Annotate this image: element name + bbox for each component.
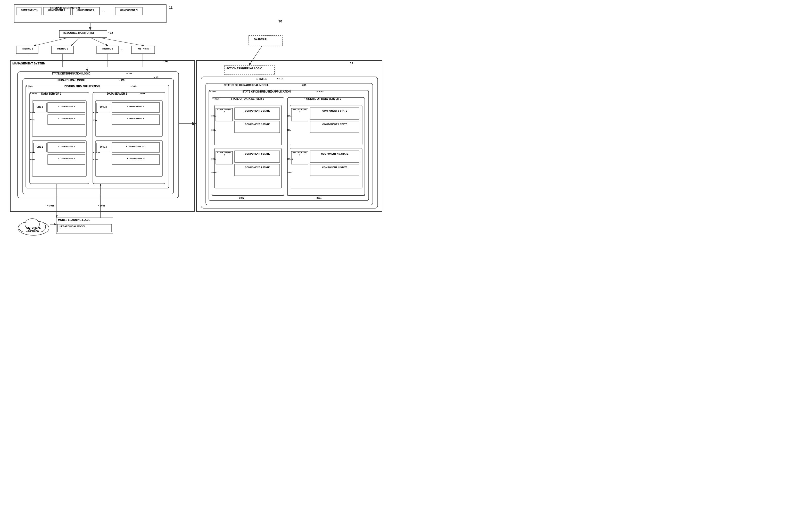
metric-1-label: METRIC 1 (17, 47, 39, 50)
svg-text:HISTORICAL: HISTORICAL (27, 227, 41, 229)
url-1-ref: 302₁~ (30, 111, 35, 114)
url-4-ds2-label: URL 4 (97, 146, 109, 148)
resource-monitor-ref: ~ 12 (108, 31, 113, 34)
svg-line-9 (90, 37, 108, 46)
svg-rect-24 (26, 85, 169, 188)
model-learning-label: MODEL LEARNING LOGIC (58, 219, 90, 221)
state-url2-ref: 306₂~ (211, 129, 217, 131)
svg-rect-47 (206, 83, 373, 205)
svg-line-7 (33, 37, 68, 46)
url-3-ds2-ref: 302₅~ (93, 111, 98, 114)
url-3-ds2-ref2: 302₆~ (93, 119, 98, 121)
cloud-svg: HISTORICAL METRICS (16, 214, 52, 237)
management-system-label: MANAGEMENT SYSTEM (12, 62, 45, 65)
compN1-state-label: COMPONENT N-1 STATE (311, 153, 359, 155)
state-dist-app-label: STATE OF DISTRIBUTED APPLICATION (242, 90, 290, 93)
state-url1-ref: 306₁~ (211, 115, 217, 117)
state-urlN1-ref: 306ₙ₋₁~ (287, 158, 294, 160)
url-4-ds2-ref: 302ₙ₋₁~ (93, 151, 100, 154)
component-3-label: COMPONENT 3 (73, 9, 99, 11)
comp5-state-label: COMPONENT 5 STATE (311, 109, 359, 112)
component-n-box-label: COMPONENT N (113, 157, 159, 160)
state-urlN1-label: STATE OF URL 3 (292, 151, 308, 156)
state-url5-label: STATE OF URL 3 (292, 108, 308, 113)
states-ref-16: 16 (350, 62, 353, 65)
url-4-ds2-ref2: 302ₙ~ (93, 158, 98, 160)
url-1-label: URL 1 (34, 106, 46, 108)
metric-n-label: METRIC N (132, 47, 154, 50)
data-server-2-ref: 303₃ (140, 92, 145, 95)
ref-307-4: ~ 307₄ (314, 197, 322, 199)
resource-monitor-label: RESOURCE MONITOR(S) (63, 31, 94, 34)
svg-line-67 (249, 43, 264, 66)
state-url4-ref: 306₄~ (211, 171, 217, 174)
comp1-state-label: COMPONENT 1 STATE (235, 109, 279, 112)
comp2-state-label: COMPONENT 2 STATE (235, 123, 279, 126)
component-6-box-label: COMPONENT 6 (113, 117, 159, 120)
svg-rect-48 (209, 90, 369, 201)
main-diagram: 11 30 COMPUTING SYSTEM COMPONENT 1 COMPO… (0, 0, 392, 266)
state-ds1-label: STATE OF DATA SERVER 1 (231, 97, 264, 100)
svg-line-10 (99, 37, 144, 46)
data-server-1-ref: ~ 303₁ (30, 92, 37, 95)
url-2-ref: 302₃~ (30, 151, 35, 154)
svg-rect-0 (14, 5, 166, 23)
hm-arrow-svg (50, 222, 58, 227)
dots-components: ··· (102, 10, 105, 14)
state-url6-ref: 306₆~ (287, 129, 292, 131)
ref-303-2: ~ 303₂ (47, 204, 54, 207)
svg-rect-44 (197, 60, 382, 211)
svg-rect-75 (249, 35, 282, 46)
data-server-1-label: DATA SERVER 1 (41, 92, 61, 95)
state-urlN-ref: 306ₙ~ (287, 171, 292, 174)
svg-text:METRICS: METRICS (28, 230, 39, 232)
state-dist-app-ref2: ~ 308₂ (316, 90, 324, 93)
action-triggering-label: ACTION TRIGGERING LOGIC (226, 67, 262, 70)
dist-app-label: DISTRIBUTED APPLICATION (65, 85, 100, 88)
states-310-ref: ~ 310 (277, 77, 283, 80)
metric-2-label: METRIC 2 (52, 47, 73, 50)
comp3-state-label: COMPONENT 3 STATE (235, 153, 279, 155)
ref-307-2: ~ 307₂ (237, 197, 244, 199)
svg-line-8 (71, 37, 80, 46)
svg-rect-15 (10, 60, 195, 211)
component-n1-box-label: COMPONENT N-1 (113, 145, 159, 148)
component-n-label: COMPONENT N (116, 9, 142, 11)
hierarchical-model-label: HIERARCHICAL MODEL (57, 79, 86, 82)
state-ds2-label: STATE OF DATA SERVER 2 (308, 97, 341, 100)
state-ds1-ref1: ~ 307₁ (212, 97, 219, 100)
ref-303-4: ~ 303₄ (98, 204, 105, 207)
data-server-2-label: DATA SERVER 2 (107, 92, 127, 95)
actions-label: ACTION(S) (254, 37, 267, 40)
states-hierarchical-ref: ~ 309 (300, 84, 306, 86)
dist-app-ref1: ~ 304₁ (26, 85, 33, 87)
state-dist-app-ref1: ~ 308₁ (209, 90, 216, 93)
model-hierarchical-label: HIERARCHICAL MODEL (59, 225, 85, 228)
url-3-ds2-label: URL 3 (97, 106, 109, 108)
state-determination-ref: ~ 301 (126, 72, 132, 75)
svg-rect-22 (18, 72, 179, 198)
component-2-ref: 302₂~ (30, 119, 35, 121)
component-2-label: COMPONENT 2 (44, 9, 70, 11)
state-url3-label: STATE OF URL 3 (216, 151, 232, 156)
metric-3-label: METRIC 3 (97, 47, 118, 50)
states-hierarchical-label: STATES OF HIERARCHICAL MODEL (224, 84, 269, 86)
hierarchical-model-ref: ~ 305 (119, 79, 125, 81)
component-4-box-label: COMPONENT 4 (48, 157, 84, 160)
dots-metrics: ··· (121, 48, 124, 52)
states-310-label: STATES (256, 77, 267, 80)
component-4-ref: 302₄~ (30, 158, 35, 160)
svg-rect-23 (23, 79, 174, 194)
dist-app-ref2: ~ 304₂ (130, 85, 137, 87)
url-2-label: URL 2 (34, 146, 46, 148)
state-url3-ref: 306₃~ (211, 158, 217, 160)
comp4-state-label: COMPONENT 4 STATE (235, 166, 279, 169)
state-url1-label: STATE OF URL 3 (216, 108, 232, 113)
ref-15: ~ 15 (154, 76, 158, 79)
management-ref: ~ 14 (162, 60, 168, 62)
ref-30-label: 30 (278, 19, 282, 23)
system-ref-label: 11 (169, 6, 173, 9)
state-url5-ref: 306₅~ (287, 115, 292, 117)
svg-rect-46 (201, 77, 378, 208)
component-3-box-label: COMPONENT 3 (48, 145, 84, 148)
